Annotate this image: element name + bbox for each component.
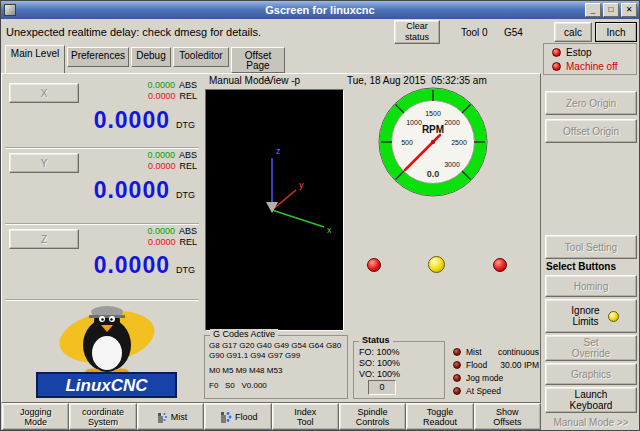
launch-keyboard-button[interactable]: Launch Keyboard xyxy=(545,387,637,413)
status-frame: Status FO: 100% SO: 100% VO: 100% 0 xyxy=(353,341,445,399)
separator xyxy=(5,299,199,301)
show-offsets-button[interactable]: Show Offsets xyxy=(474,403,541,430)
flood-button[interactable]: Flood xyxy=(204,403,271,430)
axis-y-abs-row: 0.0000 ABS xyxy=(97,150,197,160)
abs-label: ABS xyxy=(179,226,197,236)
gcode-system-label: G54 xyxy=(504,27,523,38)
axis-y-abs-value: 0.0000 xyxy=(147,150,175,160)
tab-offset-page[interactable]: Offset Page xyxy=(231,47,285,73)
override-entry[interactable]: 0 xyxy=(368,380,396,395)
estop-frame: Estop Machine off xyxy=(543,43,637,75)
axis-z-button[interactable]: Z xyxy=(9,229,79,249)
ignore-limits-led xyxy=(608,311,619,322)
spindle-controls-button[interactable]: Spindle Controls xyxy=(339,403,406,430)
coordinate-system-button[interactable]: coordinate System xyxy=(69,403,136,430)
index-tool-button[interactable]: Index Tool xyxy=(272,403,339,430)
estop-led xyxy=(552,48,561,57)
axis-x-dtg-value: 0.0000 xyxy=(94,109,170,132)
axis-x-rel-row: 0.0000 REL xyxy=(97,91,197,101)
units-button[interactable]: Inch xyxy=(595,22,637,42)
axis-z-label: z xyxy=(276,146,281,156)
dtg-label: DTG xyxy=(176,120,195,132)
axis-y-rel-row: 0.0000 REL xyxy=(97,161,197,171)
separator xyxy=(5,147,199,149)
select-buttons-label: Select Buttons xyxy=(546,261,616,272)
right-status-led xyxy=(493,258,507,272)
mist-button[interactable]: Mist xyxy=(137,403,204,430)
linuxcnc-logo: LinuxCNC xyxy=(29,303,184,399)
ignore-limits-button[interactable]: Ignore Limits xyxy=(545,299,637,333)
titlebar[interactable]: Gscreen for linuxcnc _ □ ✕ xyxy=(1,1,639,19)
jog-mode-led xyxy=(453,374,461,382)
gauge-title: RPM xyxy=(422,124,444,135)
status-frame-title: Status xyxy=(359,335,393,345)
separator xyxy=(5,223,199,225)
view-label[interactable]: View -p xyxy=(267,75,300,86)
linuxcnc-logo-text: LinuxCNC xyxy=(65,376,148,395)
tab-debug[interactable]: Debug xyxy=(131,47,171,67)
datetime-label: Tue, 18 Aug 2015 05:32:35 am xyxy=(347,75,487,86)
axis-z-rel-value: 0.0000 xyxy=(148,237,176,247)
axis-y-dtg-row: 0.0000 DTG xyxy=(9,179,195,202)
clear-status-button[interactable]: Clear status xyxy=(394,20,440,44)
machine-off-button[interactable]: Machine off xyxy=(566,61,618,72)
rel-label: REL xyxy=(179,161,197,171)
at-speed-indicator-row: At Speed xyxy=(453,386,539,398)
axis-x-label: x xyxy=(327,225,332,235)
axis-y-dtg-value: 0.0000 xyxy=(94,179,170,202)
close-button[interactable]: ✕ xyxy=(621,3,637,17)
rel-label: REL xyxy=(179,91,197,101)
set-override-button[interactable]: Set Override xyxy=(545,335,637,361)
mode-cycle-button[interactable]: Manual Mode >> xyxy=(545,415,637,430)
axis-z-dtg-value: 0.0000 xyxy=(94,254,170,277)
dtg-label: DTG xyxy=(176,265,195,277)
center-status-led xyxy=(428,256,445,273)
left-status-led xyxy=(367,258,381,272)
calc-button[interactable]: calc xyxy=(554,22,592,42)
spindle-override-label: SO: 100% xyxy=(359,358,444,369)
bottom-toolbar: Jogging Mode coordinate System Mist xyxy=(2,403,541,430)
gremlin-preview[interactable]: z y x xyxy=(205,89,344,331)
axis-x-button[interactable]: X xyxy=(9,83,79,103)
flood-indicator-row: Flood 30.00 IPM xyxy=(453,360,539,372)
gauge-value: 0.0 xyxy=(427,169,440,179)
tab-main-level[interactable]: Main Level xyxy=(5,45,65,73)
homing-button[interactable]: Homing xyxy=(545,275,637,297)
minimize-button[interactable]: _ xyxy=(585,3,601,17)
axis-x-dtg-row: 0.0000 DTG xyxy=(9,109,195,132)
maximize-button[interactable]: □ xyxy=(603,3,619,17)
flood-led xyxy=(453,361,461,369)
graphics-button[interactable]: Graphics xyxy=(545,363,637,385)
gcode-line: G90 G91.1 G94 G97 G99 xyxy=(209,351,343,361)
estop-button[interactable]: Estop xyxy=(566,47,592,58)
at-speed-led xyxy=(453,387,461,395)
axis-y-button[interactable]: Y xyxy=(9,153,79,173)
gcode-line: G8 G17 G20 G40 G49 G54 G64 G80 xyxy=(209,341,343,351)
tool-setting-button[interactable]: Tool Setting xyxy=(545,235,637,259)
axis-x-rel-value: 0.0000 xyxy=(148,91,176,101)
status-message: Unexpected realtime delay: check dmesg f… xyxy=(6,26,261,38)
axis-y-label: y xyxy=(299,180,304,190)
gcodes-frame: G Codes Active G8 G17 G20 G40 G49 G54 G6… xyxy=(204,335,348,399)
at-speed-indicator-label: At Speed xyxy=(466,386,501,396)
abs-label: ABS xyxy=(179,150,197,160)
jogging-mode-button[interactable]: Jogging Mode xyxy=(2,403,69,430)
linuxcnc-logo-art: LinuxCNC xyxy=(29,303,184,399)
zero-origin-button[interactable]: Zero Origin xyxy=(545,91,637,115)
gauge-tick-2000: 2000 xyxy=(444,119,460,126)
tab-tooleditor[interactable]: Tooleditor xyxy=(173,47,229,67)
rpm-gauge: 500 1000 1500 2000 2500 3000 RPM 0.0 xyxy=(378,87,488,197)
gauge-tick-2500: 2500 xyxy=(451,139,467,146)
window-controls: _ □ ✕ xyxy=(585,3,637,17)
rpm-gauge-art: 500 1000 1500 2000 2500 3000 RPM 0.0 xyxy=(378,87,488,197)
offset-origin-button[interactable]: Offset Origin xyxy=(545,119,637,143)
jog-continuous-value: continuous xyxy=(498,347,539,357)
velocity-override-label: VO: 100% xyxy=(359,369,444,380)
mode-label: Manual Mode xyxy=(209,75,270,86)
toggle-readout-button[interactable]: Toggle Readout xyxy=(406,403,473,430)
tab-preferences[interactable]: Preferences xyxy=(67,47,129,67)
axis-z-abs-row: 0.0000 ABS xyxy=(97,226,197,236)
mist-icon xyxy=(154,410,168,424)
fsv-line: F0 S0 V0.000 xyxy=(209,381,343,391)
dtg-label: DTG xyxy=(176,190,195,202)
